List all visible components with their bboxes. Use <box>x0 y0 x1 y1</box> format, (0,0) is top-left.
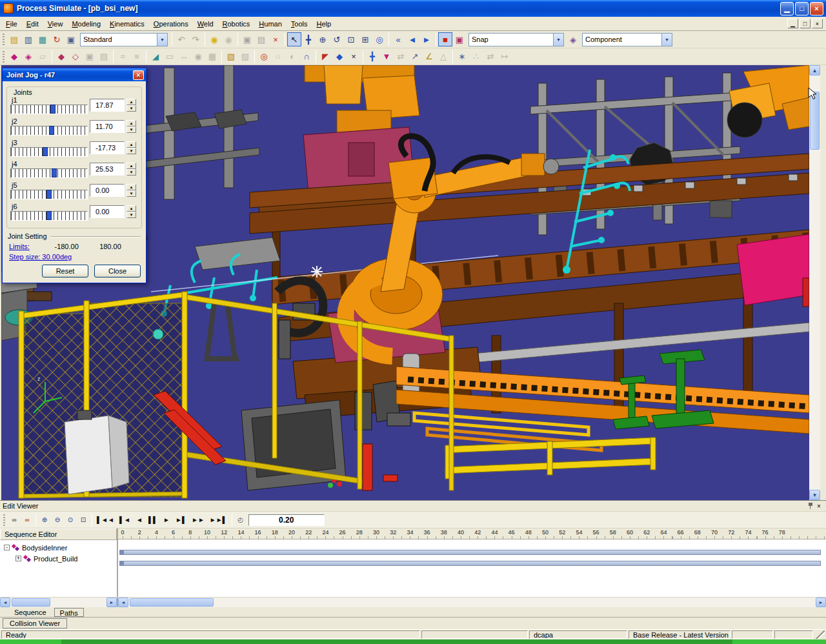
spinner-up-icon[interactable]: ▲ <box>126 184 136 190</box>
scroll-thumb[interactable] <box>810 92 820 150</box>
link-operations-icon[interactable]: ∞ <box>8 514 21 527</box>
close-dialog-button[interactable]: Close <box>94 265 141 277</box>
timeline-fit-icon[interactable]: ⊙ <box>64 514 77 527</box>
joint-slider-thumb[interactable] <box>46 190 52 199</box>
angle-icon[interactable]: ∠ <box>422 50 436 64</box>
mdi-close-button[interactable]: × <box>812 19 823 28</box>
dropdown-arrow-icon[interactable]: ▼ <box>661 34 672 46</box>
minimize-button[interactable]: ▁ <box>780 2 794 15</box>
placement-icon[interactable]: ◆ <box>7 50 21 64</box>
snap-combo[interactable]: Snap▼ <box>468 33 564 46</box>
viewport-vertical-scrollbar[interactable]: ▲ ▼ <box>809 65 820 500</box>
joint-slider[interactable] <box>10 105 88 114</box>
joint-value[interactable]: 0.00 <box>90 184 125 197</box>
spinner-up-icon[interactable]: ▲ <box>126 141 136 148</box>
tab-collision-viewer[interactable]: Collision Viewer <box>3 618 67 629</box>
back-view-icon[interactable]: ◄ <box>405 32 419 46</box>
mdi-restore-button[interactable]: □ <box>800 19 811 28</box>
play-backward-icon[interactable]: ◄ <box>133 514 146 527</box>
weld-gun-icon[interactable]: ◤ <box>318 50 332 64</box>
measure-icon[interactable]: ◢ <box>148 50 163 64</box>
menu-human[interactable]: Human <box>254 18 286 30</box>
create-weld-point-icon[interactable]: ╋ <box>365 50 379 64</box>
joint-slider[interactable] <box>10 147 88 157</box>
layout-icon[interactable]: ▣ <box>64 32 78 46</box>
spinner-up-icon[interactable]: ▲ <box>126 99 136 105</box>
zoom-icon[interactable]: ⊕ <box>316 32 330 46</box>
edit-viewer-close-icon[interactable]: × <box>814 502 823 510</box>
section-icon[interactable]: ▧ <box>224 50 238 64</box>
menu-kinematics[interactable]: Kinematics <box>105 18 149 30</box>
forward-view-icon[interactable]: ► <box>419 32 434 46</box>
spinner-up-icon[interactable]: ▲ <box>126 120 136 126</box>
tree-row[interactable]: +Product_Build <box>0 553 117 564</box>
project-points-icon[interactable]: ▼ <box>379 50 394 64</box>
spinner-up-icon[interactable]: ▲ <box>126 205 136 212</box>
scroll-up-arrow[interactable]: ▲ <box>809 65 820 75</box>
joint-slider-thumb[interactable] <box>43 147 48 156</box>
spinner-down-icon[interactable]: ▼ <box>126 190 136 197</box>
rotate-view-icon[interactable]: ↺ <box>330 32 344 46</box>
gantt-area[interactable] <box>118 539 826 597</box>
joint-slider[interactable] <box>10 168 88 178</box>
restore-button[interactable]: □ <box>795 2 809 15</box>
joint-value[interactable]: 11.70 <box>90 120 125 133</box>
previous-view-icon[interactable]: « <box>391 32 405 46</box>
pose-editor-icon[interactable]: ◇ <box>68 50 83 64</box>
center-view-icon[interactable]: ◎ <box>372 32 387 46</box>
timeline-horizontal-scrollbar[interactable]: ◄ ► <box>118 598 826 607</box>
jump-to-start-icon[interactable]: ▌◄◄ <box>94 514 117 527</box>
joint-value[interactable]: -17.73 <box>90 141 125 154</box>
tab-sequence[interactable]: Sequence <box>9 608 52 617</box>
relocate-icon[interactable]: ◈ <box>21 50 35 64</box>
tab-paths[interactable]: Paths <box>54 608 84 617</box>
jump-to-end-icon[interactable]: ►►▌ <box>207 514 230 527</box>
tree-scroll-thumb[interactable] <box>12 598 50 607</box>
pan-icon[interactable]: ╋ <box>301 32 316 46</box>
reset-button[interactable]: Reset <box>42 265 88 277</box>
component-combo[interactable]: Component▼ <box>582 33 672 46</box>
limits-link[interactable]: Limits: <box>9 243 30 250</box>
weld-point-icon[interactable]: ◆ <box>332 50 347 64</box>
joint-value[interactable]: 17.87 <box>90 99 125 112</box>
sequence-editor-header[interactable]: Sequence Editor <box>0 528 117 540</box>
joint-slider[interactable] <box>10 126 88 136</box>
component-mode-icon[interactable]: ◈ <box>566 32 580 46</box>
spinner-down-icon[interactable]: ▼ <box>126 105 136 112</box>
joint-slider[interactable] <box>10 211 88 221</box>
spinner-down-icon[interactable]: ▼ <box>126 126 136 133</box>
close-button[interactable]: × <box>810 2 823 15</box>
time-display[interactable]: 0.20 <box>248 514 325 526</box>
timeline-scroll-left-arrow[interactable]: ◄ <box>118 598 128 607</box>
open-icon[interactable]: ▤ <box>7 32 21 46</box>
robot-jog-icon[interactable]: ◆ <box>54 50 68 64</box>
select-cursor-icon[interactable]: ↖ <box>287 32 301 46</box>
tree-horizontal-scrollbar[interactable]: ◄ ► <box>0 598 118 607</box>
menu-help[interactable]: Help <box>312 18 336 30</box>
mdi-minimize-button[interactable]: ▁ <box>787 19 798 28</box>
delete-icon[interactable]: × <box>268 32 283 46</box>
unlink-operations-icon[interactable]: ∞ <box>21 514 34 527</box>
tree-scroll-left-arrow[interactable]: ◄ <box>0 598 10 607</box>
tree-row[interactable]: -BodysideInner <box>0 542 117 553</box>
timeline-zoom-selection-icon[interactable]: ⊡ <box>77 514 90 527</box>
menu-modeling[interactable]: Modeling <box>67 18 105 30</box>
snap-magnet-icon[interactable]: ∩ <box>299 50 314 64</box>
joint-slider-thumb[interactable] <box>50 105 55 114</box>
scroll-down-arrow[interactable]: ▼ <box>809 490 820 500</box>
pencil-edit-icon[interactable]: ↗ <box>408 50 422 64</box>
spinner-down-icon[interactable]: ▼ <box>126 212 136 218</box>
fit-view-icon[interactable]: ⊞ <box>358 32 372 46</box>
zoom-window-icon[interactable]: ⊡ <box>344 32 358 46</box>
timeline-zoom-in-icon[interactable]: ⊕ <box>38 514 51 527</box>
fast-forward-icon[interactable]: ►► <box>189 514 207 527</box>
menu-file[interactable]: File <box>1 18 22 30</box>
bulb-on-icon[interactable]: ◉ <box>207 32 221 46</box>
print-icon[interactable]: ▦ <box>35 32 50 46</box>
pin-icon[interactable] <box>807 502 814 510</box>
timeline-scroll-thumb[interactable] <box>130 598 214 607</box>
scroll-track[interactable] <box>809 75 820 490</box>
menu-edit[interactable]: Edit <box>22 18 43 30</box>
collision-mode-icon[interactable]: ◎ <box>257 50 271 64</box>
dropdown-arrow-icon[interactable]: ▼ <box>553 34 563 46</box>
